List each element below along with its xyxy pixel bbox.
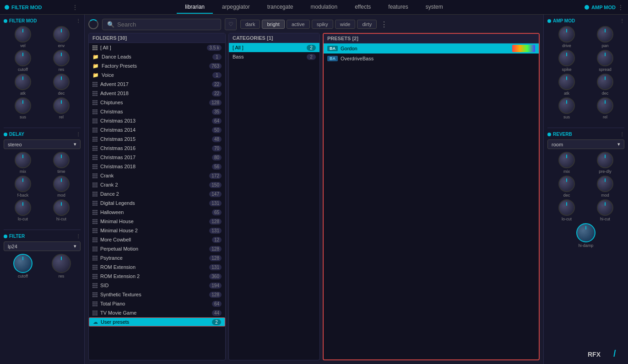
folder-item[interactable]: Advent 2018 22: [89, 89, 225, 98]
amp-mod-more[interactable]: ⋮: [620, 18, 624, 23]
folder-item[interactable]: Chiptunes 128: [89, 98, 225, 107]
delay-mix-knob[interactable]: [15, 152, 31, 168]
delay-mod-knob[interactable]: [53, 176, 70, 192]
amp-mod-power-small[interactable]: [547, 19, 551, 23]
tab-trancegate[interactable]: trancegate: [259, 1, 302, 14]
tab-effects[interactable]: effects: [346, 1, 379, 14]
filter-mod-power[interactable]: [5, 5, 9, 10]
dec-knob[interactable]: [53, 74, 70, 90]
env-knob[interactable]: [53, 26, 70, 43]
delay-type-select[interactable]: stereo ▾: [4, 139, 81, 149]
rel-knob[interactable]: [53, 97, 70, 114]
folder-item[interactable]: ROM Extension 2 360: [89, 272, 225, 281]
locut-knob[interactable]: [15, 199, 31, 216]
amp-mod-power[interactable]: [585, 5, 589, 10]
atk-knob[interactable]: [15, 74, 31, 90]
delay-more[interactable]: ⋮: [76, 132, 81, 137]
search-box[interactable]: 🔍: [102, 19, 221, 30]
folder-item[interactable]: Perpetual Motion 128: [89, 244, 225, 253]
tag-wide[interactable]: wide: [335, 20, 356, 29]
folder-item[interactable]: TV Movie Game 44: [89, 308, 225, 317]
delay-time-knob[interactable]: [53, 152, 70, 168]
tag-bright[interactable]: bright: [262, 20, 285, 29]
tag-dirty[interactable]: dirty: [357, 20, 377, 29]
filter-mod-power-small[interactable]: [4, 19, 7, 23]
filter-mod-more[interactable]: ⋮: [72, 4, 78, 11]
amp-sus-knob[interactable]: [558, 97, 575, 114]
folder-item[interactable]: Total Piano 64: [89, 299, 225, 308]
tab-librarian[interactable]: librarian: [177, 1, 213, 14]
folder-item[interactable]: Halloween 65: [89, 208, 225, 217]
reverb-mod-knob[interactable]: [597, 176, 613, 192]
tab-arpeggiator[interactable]: arpeggiator: [214, 1, 258, 14]
folder-item[interactable]: Christmas 2018 56: [89, 162, 225, 171]
reverb-locut-knob[interactable]: [558, 199, 575, 216]
tab-features[interactable]: features: [380, 1, 416, 14]
tag-spiky[interactable]: spiky: [312, 20, 333, 29]
folder-item[interactable]: More Cowbell 12: [89, 235, 225, 244]
folder-item[interactable]: Synthetic Textures 128: [89, 290, 225, 299]
folder-item[interactable]: Minimal House 2 131: [89, 226, 225, 235]
filter-more[interactable]: ⋮: [76, 234, 81, 239]
tab-modulation[interactable]: modulation: [302, 1, 346, 14]
folder-item[interactable]: 📁 Factory Presets 763: [89, 61, 225, 70]
hidamp-knob[interactable]: [576, 223, 596, 242]
tag-active[interactable]: active: [287, 20, 310, 29]
spike-knob[interactable]: [558, 50, 575, 66]
folder-item[interactable]: SID 194: [89, 281, 225, 290]
folder-item[interactable]: Digital Legends 131: [89, 198, 225, 208]
delay-power[interactable]: [4, 133, 7, 136]
amp-rel-knob[interactable]: [597, 97, 613, 114]
filter-mod-section-more[interactable]: ⋮: [76, 18, 81, 23]
folder-item[interactable]: Christmas 2016 70: [89, 144, 225, 153]
pan-knob[interactable]: [597, 26, 613, 43]
reverb-power[interactable]: [547, 133, 551, 136]
folder-item[interactable]: Minimal House 128: [89, 217, 225, 226]
category-item[interactable]: [ All ] 2: [229, 43, 319, 52]
search-input[interactable]: [117, 21, 216, 28]
folder-item[interactable]: ROM Extension 131: [89, 262, 225, 272]
tag-dark[interactable]: dark: [240, 20, 260, 29]
vel-knob[interactable]: [15, 26, 31, 43]
amp-dec-knob[interactable]: [597, 74, 613, 90]
folder-item[interactable]: 📁 Dance Leads 1: [89, 52, 225, 61]
folder-item[interactable]: ☁ User presets 2: [89, 317, 225, 327]
drive-knob[interactable]: [558, 26, 575, 43]
amp-atk-knob[interactable]: [558, 74, 575, 90]
folder-item[interactable]: Crank 2 150: [89, 180, 225, 189]
folder-item[interactable]: Christmas 2013 64: [89, 116, 225, 125]
res-knob[interactable]: [53, 50, 70, 66]
tab-system[interactable]: system: [417, 1, 451, 14]
filter-type-select[interactable]: lp24 ▾: [4, 241, 81, 251]
folder-item[interactable]: 📁 Voice 1: [89, 70, 225, 80]
predly-knob[interactable]: [597, 152, 613, 168]
reverb-hicut-knob[interactable]: [597, 199, 613, 216]
preset-item[interactable]: BA OverdriveBass: [324, 54, 539, 64]
favorites-button[interactable]: ♡: [225, 18, 237, 30]
sus-knob[interactable]: [15, 97, 31, 114]
fback-knob[interactable]: [15, 176, 31, 192]
folder-item[interactable]: Christmas 2014 50: [89, 125, 225, 134]
amp-mod-more[interactable]: ⋮: [618, 4, 623, 11]
hicut-knob[interactable]: [53, 199, 70, 216]
folder-item[interactable]: [ All ] 3.5 k: [89, 43, 225, 52]
cutoff-knob[interactable]: [15, 50, 31, 66]
folder-item[interactable]: Christmas 2015 48: [89, 134, 225, 144]
spread-knob[interactable]: [597, 50, 613, 66]
folder-item[interactable]: Christmas 2017 80: [89, 153, 225, 162]
category-item[interactable]: Bass 2: [229, 52, 319, 61]
preset-item[interactable]: BA Gordon: [324, 43, 539, 54]
reverb-mix-knob[interactable]: [558, 152, 575, 168]
reverb-dec-knob[interactable]: [558, 176, 575, 192]
folder-item[interactable]: Christmas 35: [89, 107, 225, 116]
folder-item[interactable]: Psytrance 128: [89, 253, 225, 262]
filter-res-knob[interactable]: [52, 254, 71, 273]
filter-more-icon[interactable]: ⋮: [380, 20, 388, 29]
reverb-more[interactable]: ⋮: [620, 132, 624, 137]
filter-power[interactable]: [4, 235, 7, 238]
folder-item[interactable]: Crank 172: [89, 171, 225, 180]
reverb-type-select[interactable]: room ▾: [547, 139, 624, 149]
folder-item[interactable]: Advent 2017 22: [89, 80, 225, 89]
folder-item[interactable]: Dance 2 147: [89, 189, 225, 198]
filter-cutoff-knob[interactable]: [13, 254, 32, 273]
